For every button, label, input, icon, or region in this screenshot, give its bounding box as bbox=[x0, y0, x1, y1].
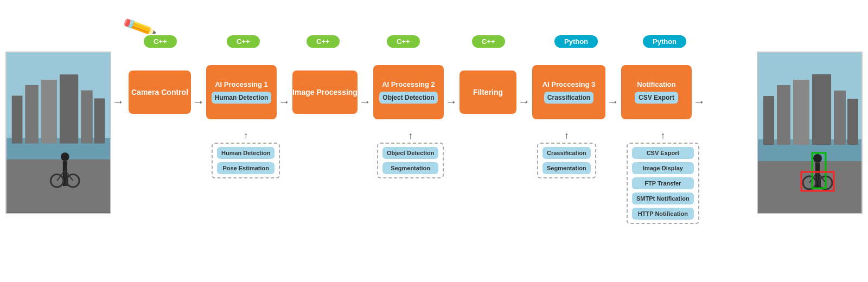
svg-rect-23 bbox=[777, 85, 790, 145]
dropdown-2-container: ↑ Object Detection Segmentation bbox=[377, 130, 444, 178]
ai-processing-1-inner: Human Detection bbox=[212, 92, 272, 104]
svg-rect-6 bbox=[60, 74, 78, 143]
svg-rect-4 bbox=[25, 85, 38, 144]
dropdown-3-item-1[interactable]: Segmentation bbox=[542, 162, 591, 174]
svg-rect-27 bbox=[847, 99, 858, 145]
filtering-label: Filtering bbox=[473, 88, 503, 97]
badge-python-1: Python bbox=[554, 35, 598, 48]
dropdown-1-item-1[interactable]: Pose Estimation bbox=[217, 162, 275, 174]
arrow-0: → bbox=[112, 95, 124, 109]
dropdown-4-item-1[interactable]: Image Display bbox=[632, 162, 694, 174]
badge-python-2: Python bbox=[643, 35, 686, 48]
camera-control-box[interactable]: Camera Control bbox=[129, 70, 191, 114]
badge-cpp-3: C++ bbox=[307, 35, 340, 48]
dropdown-2-item-1[interactable]: Segmentation bbox=[382, 162, 438, 174]
dropdown-3: Crassification Segmentation bbox=[537, 143, 596, 178]
input-camera-image bbox=[5, 52, 111, 214]
ai-processing-1-box[interactable]: AI Processing 1 Human Detection bbox=[206, 65, 277, 119]
output-processed-image bbox=[757, 52, 863, 214]
dropdown-1-item-0[interactable]: Human Detection bbox=[217, 147, 275, 159]
badge-cpp-5: C++ bbox=[472, 35, 505, 48]
dropdown-4-item-2[interactable]: FTP Transfer bbox=[632, 177, 694, 189]
arrow-3: → bbox=[359, 95, 371, 109]
arrow-up-1: ↑ bbox=[212, 130, 280, 142]
ai-processing-1-title: AI Processing 1 bbox=[215, 80, 268, 88]
arrow-5: → bbox=[518, 95, 530, 109]
dropdown-4-container: ↑ CSV Export Image Display FTP Transfer … bbox=[627, 130, 699, 224]
svg-rect-22 bbox=[763, 96, 774, 145]
dropdown-3-item-0[interactable]: Crassification bbox=[542, 147, 591, 159]
dropdown-2: Object Detection Segmentation bbox=[377, 143, 444, 178]
image-processing-label: Image Processing bbox=[292, 88, 358, 97]
ai-processing-3-inner: Crassification bbox=[544, 92, 593, 104]
arrow-1: → bbox=[193, 95, 205, 109]
svg-rect-2 bbox=[7, 159, 110, 213]
arrow-2: → bbox=[278, 95, 290, 109]
svg-rect-7 bbox=[81, 91, 93, 144]
badge-cpp-4: C++ bbox=[387, 35, 420, 48]
dropdown-3-container: ↑ Crassification Segmentation bbox=[537, 130, 596, 178]
arrow-4: → bbox=[445, 95, 457, 109]
ai-processing-3-box[interactable]: AI Proccesing 3 Crassification bbox=[532, 65, 605, 119]
svg-rect-5 bbox=[41, 80, 57, 144]
notification-title: Notification bbox=[637, 80, 676, 88]
svg-rect-25 bbox=[812, 74, 831, 145]
dropdown-4-item-3[interactable]: SMTPt Notification bbox=[632, 193, 694, 204]
badge-cpp-1: C++ bbox=[144, 35, 177, 48]
dropdown-2-item-0[interactable]: Object Detection bbox=[382, 147, 438, 159]
svg-rect-24 bbox=[793, 80, 809, 145]
badge-cpp-2: C++ bbox=[227, 35, 260, 48]
ai-processing-2-title: AI Processing 2 bbox=[382, 80, 435, 88]
filtering-box[interactable]: Filtering bbox=[459, 70, 516, 114]
arrow-up-2: ↑ bbox=[377, 130, 444, 142]
ai-processing-3-title: AI Proccesing 3 bbox=[542, 80, 596, 88]
ai-processing-2-box[interactable]: AI Processing 2 Object Detection bbox=[373, 65, 444, 119]
notification-inner: CSV Export bbox=[635, 92, 678, 104]
dropdown-1: Human Detection Pose Estimation bbox=[212, 143, 280, 178]
arrow-up-3: ↑ bbox=[537, 130, 596, 142]
image-processing-box[interactable]: Image Processing bbox=[292, 70, 358, 114]
ai-processing-2-inner: Object Detection bbox=[379, 92, 437, 104]
arrow-6: → bbox=[607, 95, 619, 109]
arrow-up-4: ↑ bbox=[627, 130, 699, 142]
svg-rect-21 bbox=[758, 161, 863, 214]
dropdown-4: CSV Export Image Display FTP Transfer SM… bbox=[627, 143, 699, 224]
svg-rect-26 bbox=[834, 91, 846, 145]
svg-point-9 bbox=[61, 152, 69, 161]
dropdown-4-item-0[interactable]: CSV Export bbox=[632, 147, 694, 159]
svg-rect-3 bbox=[12, 95, 23, 143]
arrow-7: → bbox=[693, 95, 705, 109]
dropdown-1-container: ↑ Human Detection Pose Estimation bbox=[212, 130, 280, 178]
svg-rect-8 bbox=[94, 98, 105, 143]
svg-point-28 bbox=[813, 154, 822, 163]
dropdown-4-item-4[interactable]: HTTP Notification bbox=[632, 208, 694, 220]
camera-control-label: Camera Control bbox=[131, 88, 188, 97]
notification-box[interactable]: Notification CSV Export bbox=[621, 65, 692, 119]
